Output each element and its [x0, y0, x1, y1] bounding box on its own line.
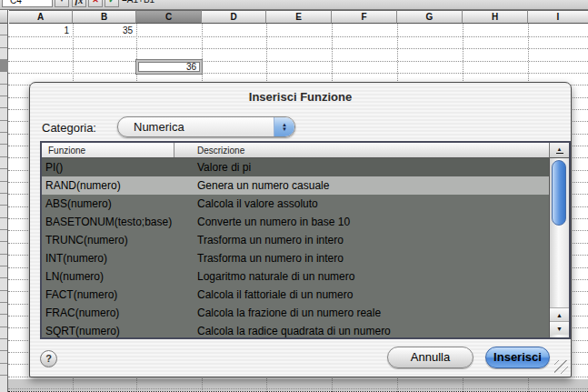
- accept-entry-icon[interactable]: ✓: [105, 0, 119, 7]
- column-header-b[interactable]: B: [73, 10, 136, 24]
- scroll-up-icon[interactable]: ▲: [550, 307, 569, 321]
- list-item[interactable]: PI()Valore di pi: [42, 158, 549, 176]
- list-item[interactable]: INT(numero)Trasforma un numero in intero: [42, 249, 549, 267]
- cell-reference-box[interactable]: C4: [2, 0, 53, 7]
- sort-direction-button[interactable]: ▲: [549, 143, 569, 158]
- column-header-g[interactable]: G: [397, 10, 463, 24]
- category-popup[interactable]: Numerica ▲▼: [117, 116, 295, 137]
- select-all-corner[interactable]: [0, 10, 8, 24]
- list-item[interactable]: TRUNC(numero)Trasforma un numero in inte…: [42, 231, 549, 249]
- row-headers[interactable]: [0, 24, 8, 392]
- shaded-row-band: [8, 379, 588, 391]
- function-list-body: PI()Valore di pi RAND(numero)Genera un n…: [42, 158, 549, 337]
- scroll-down-icon[interactable]: ▼: [550, 321, 569, 335]
- grid-line: [8, 388, 588, 389]
- row-header-4-selected[interactable]: [0, 60, 8, 72]
- sort-direction-bar: [556, 153, 563, 154]
- grid-line: [8, 61, 588, 62]
- function-list-header: Funzione Descrizione: [42, 143, 549, 158]
- list-item[interactable]: LN(numero)Logaritmo naturale di un numer…: [42, 267, 549, 286]
- cell-b1[interactable]: 35: [73, 25, 133, 36]
- popup-arrows-icon: ▲▼: [274, 117, 294, 136]
- formula-bar: C4 ▼ fx ✕ ✓ =A1+B1: [0, 0, 588, 10]
- list-item-selected[interactable]: RAND(numero)Genera un numero casuale: [42, 176, 549, 195]
- resize-handle-icon[interactable]: [554, 360, 568, 374]
- list-item[interactable]: BASETONUM(testo;base)Converte un numero …: [42, 213, 549, 231]
- selected-cell-c4[interactable]: 36: [136, 60, 202, 74]
- scrollbar-thumb[interactable]: [552, 160, 566, 226]
- sort-direction-icon: ▲: [557, 147, 563, 152]
- column-header-d[interactable]: D: [202, 10, 266, 24]
- column-header-a[interactable]: A: [9, 10, 73, 24]
- cancel-entry-icon[interactable]: ✕: [88, 0, 103, 7]
- grid-line: [8, 48, 588, 49]
- insert-function-dialog: Inserisci Funzione Categoria: Numerica ▲…: [29, 82, 572, 377]
- name-box-dropdown-icon[interactable]: ▼: [55, 0, 69, 7]
- list-item[interactable]: SQRT(numero)Calcola la radice quadrata d…: [42, 322, 549, 337]
- formula-input[interactable]: =A1+B1: [122, 0, 154, 5]
- column-header-e[interactable]: E: [266, 10, 332, 24]
- list-item[interactable]: FRAC(numero)Calcola la frazione di un nu…: [42, 304, 549, 322]
- cell-a1[interactable]: 1: [9, 25, 69, 36]
- column-header-i[interactable]: I: [528, 10, 588, 24]
- list-item[interactable]: FACT(numero)Calcola il fattoriale di un …: [42, 286, 549, 304]
- category-popup-value: Numerica: [134, 120, 184, 134]
- insert-function-icon[interactable]: fx: [72, 0, 86, 7]
- scrollbar[interactable]: ▲ ▼: [549, 158, 569, 337]
- dialog-title: Inserisci Funzione: [30, 90, 571, 104]
- column-header-c[interactable]: C: [136, 10, 202, 24]
- scroll-arrows: ▲ ▼: [550, 307, 569, 335]
- function-list: Funzione Descrizione ▲ PI()Valore di pi …: [40, 141, 571, 339]
- insert-button[interactable]: Inserisci: [485, 347, 550, 368]
- category-label: Categoria:: [42, 121, 96, 135]
- header-funzione[interactable]: Funzione: [42, 143, 174, 157]
- cell-c4-value: 36: [186, 62, 196, 72]
- cancel-button[interactable]: Annulla: [387, 347, 473, 368]
- help-button[interactable]: ?: [40, 350, 57, 367]
- column-header-h[interactable]: H: [463, 10, 528, 24]
- column-header-f[interactable]: F: [332, 10, 397, 24]
- list-item[interactable]: ABS(numero)Calcola il valore assoluto: [42, 195, 549, 213]
- header-descrizione[interactable]: Descrizione: [175, 143, 549, 157]
- grid-line: [8, 73, 588, 74]
